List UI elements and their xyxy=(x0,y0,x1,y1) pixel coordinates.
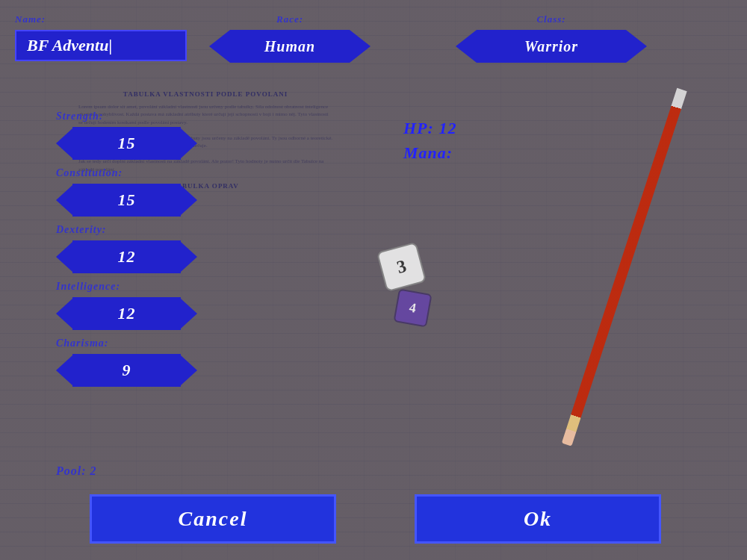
name-input[interactable] xyxy=(15,30,187,61)
intelligence-selector[interactable]: 12 xyxy=(56,297,197,330)
race-section: Race: Human xyxy=(209,13,371,63)
charisma-arrow-left[interactable] xyxy=(56,355,72,385)
intelligence-value: 12 xyxy=(72,297,181,330)
intelligence-arrow-right[interactable] xyxy=(181,299,197,329)
class-selector[interactable]: Warrior xyxy=(456,30,647,63)
race-value: Human xyxy=(230,30,350,63)
constitution-arrow-left[interactable] xyxy=(56,185,72,215)
intelligence-label: Intelligence: xyxy=(56,281,197,293)
class-arrow-right[interactable] xyxy=(626,30,647,63)
race-arrow-right[interactable] xyxy=(350,30,371,63)
ok-button[interactable]: Ok xyxy=(415,494,661,544)
pool-label: Pool: 2 xyxy=(56,464,97,478)
charisma-selector[interactable]: 9 xyxy=(56,354,197,387)
constitution-section: Constitution: 15 xyxy=(56,167,197,217)
strength-arrow-left[interactable] xyxy=(56,128,72,158)
strength-selector[interactable]: 15 xyxy=(56,127,197,160)
race-label: Race: xyxy=(276,13,303,25)
strength-arrow-right[interactable] xyxy=(181,128,197,158)
constitution-value: 15 xyxy=(72,184,181,217)
name-section: Name: xyxy=(15,13,187,61)
intelligence-arrow-left[interactable] xyxy=(56,299,72,329)
race-arrow-left[interactable] xyxy=(209,30,230,63)
charisma-arrow-right[interactable] xyxy=(181,355,197,385)
dexterity-arrow-right[interactable] xyxy=(181,242,197,272)
intelligence-section: Intelligence: 12 xyxy=(56,281,197,330)
class-arrow-left[interactable] xyxy=(456,30,477,63)
class-label: Class: xyxy=(536,13,565,25)
dexterity-selector[interactable]: 12 xyxy=(56,240,197,273)
charisma-section: Charisma: 9 xyxy=(56,337,197,387)
charisma-value: 9 xyxy=(72,354,181,387)
class-section: Class: Warrior xyxy=(456,13,647,63)
race-selector[interactable]: Human xyxy=(209,30,371,63)
strength-section: Strength: 15 xyxy=(56,111,197,160)
background xyxy=(0,0,747,560)
dexterity-label: Dexterity: xyxy=(56,224,197,236)
dexterity-section: Dexterity: 12 xyxy=(56,224,197,273)
charisma-label: Charisma: xyxy=(56,337,197,349)
constitution-label: Constitution: xyxy=(56,167,197,179)
dexterity-arrow-left[interactable] xyxy=(56,242,72,272)
dice-purple: 4 xyxy=(393,288,432,327)
strength-label: Strength: xyxy=(56,111,197,122)
strength-value: 15 xyxy=(72,127,181,160)
cancel-button[interactable]: Cancel xyxy=(90,494,336,544)
hp-value: HP: 12 xyxy=(403,116,456,140)
mana-value: Mana: xyxy=(403,140,456,165)
constitution-arrow-right[interactable] xyxy=(181,185,197,215)
constitution-selector[interactable]: 15 xyxy=(56,184,197,217)
vitals-display: HP: 12 Mana: xyxy=(403,116,456,165)
class-value: Warrior xyxy=(477,30,626,63)
dexterity-value: 12 xyxy=(72,240,181,273)
name-label: Name: xyxy=(15,13,187,25)
